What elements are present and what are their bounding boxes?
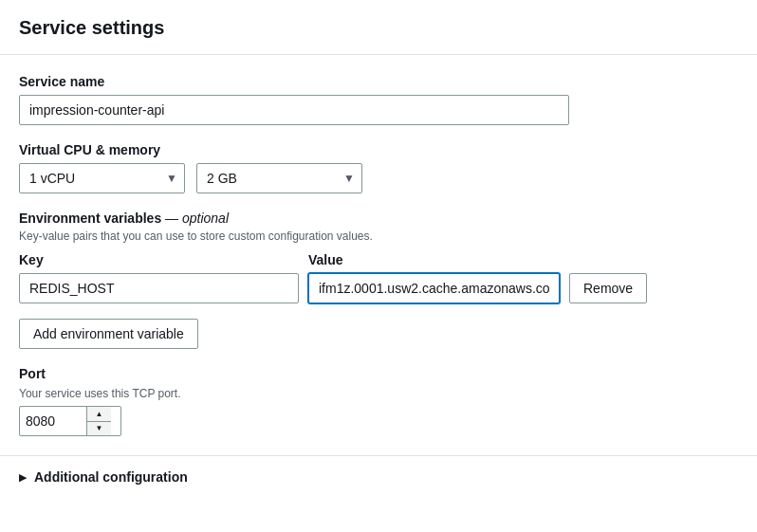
env-columns-header: Key Value [19,252,738,267]
page-title: Service settings [19,17,738,39]
port-description: Your service uses this TCP port. [19,387,738,400]
service-name-label: Service name [19,74,738,89]
additional-config-triangle-icon: ▶ [19,471,27,484]
col-header-key: Key [19,252,299,267]
service-name-input[interactable] [19,95,569,125]
env-vars-group: Environment variables — optional Key-val… [19,211,738,349]
content-section: Service name Virtual CPU & memory 1 vCPU… [0,55,757,455]
memory-select-wrapper: 2 GB 4 GB 8 GB ▼ [196,163,362,193]
port-stepper-down-button[interactable]: ▼ [87,422,111,436]
memory-select[interactable]: 2 GB 4 GB 8 GB [196,163,362,193]
service-name-group: Service name [19,74,738,125]
additional-config-toggle[interactable]: ▶ Additional configuration [19,469,738,485]
cpu-memory-row: 1 vCPU 2 vCPU 4 vCPU ▼ 2 GB 4 GB 8 GB ▼ [19,163,738,193]
env-section-header: Environment variables — optional [19,211,738,226]
remove-env-button[interactable]: Remove [569,273,647,303]
additional-config-label: Additional configuration [34,469,188,485]
page-container: Service settings Service name Virtual CP… [0,0,757,532]
header-section: Service settings [0,0,757,55]
port-stepper-up-button[interactable]: ▲ [87,407,111,422]
add-env-variable-button[interactable]: Add environment variable [19,319,198,349]
cpu-memory-label: Virtual CPU & memory [19,142,738,157]
env-var-row: Remove [19,273,738,303]
cpu-select-wrapper: 1 vCPU 2 vCPU 4 vCPU ▼ [19,163,185,193]
env-vars-description: Key-value pairs that you can use to stor… [19,229,738,243]
port-stepper: ▲ ▼ [86,407,111,435]
cpu-select[interactable]: 1 vCPU 2 vCPU 4 vCPU [19,163,185,193]
port-input[interactable] [20,407,86,435]
env-value-input[interactable] [308,273,560,303]
env-vars-optional-label: — optional [165,211,229,226]
port-input-wrapper: ▲ ▼ [19,406,121,436]
col-header-value: Value [308,252,560,267]
additional-config-section: ▶ Additional configuration [0,455,757,498]
env-key-input[interactable] [19,273,299,303]
port-section: Port Your service uses this TCP port. ▲ … [19,366,738,436]
env-vars-title: Environment variables — optional [19,211,229,226]
cpu-memory-group: Virtual CPU & memory 1 vCPU 2 vCPU 4 vCP… [19,142,738,193]
port-label: Port [19,366,738,381]
